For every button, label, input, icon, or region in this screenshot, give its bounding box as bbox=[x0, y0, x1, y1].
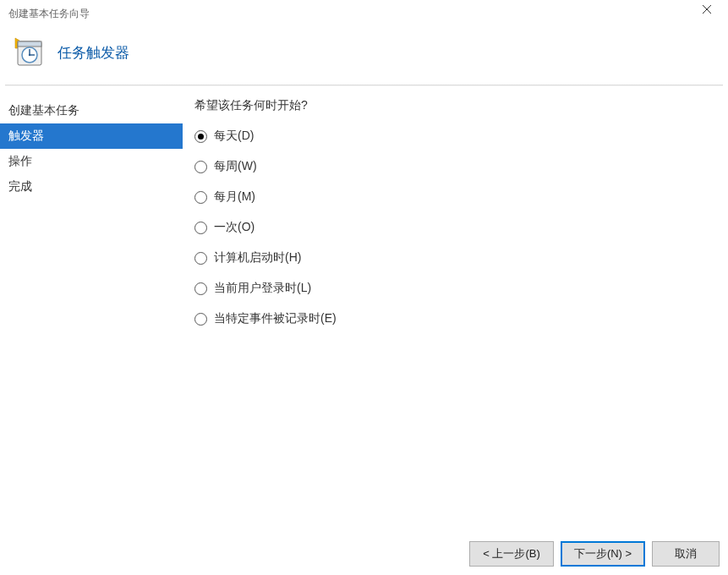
wizard-content: 希望该任务何时开始? 每天(D) 每周(W) 每月(M) 一次(O) 计算机启动… bbox=[183, 88, 728, 533]
svg-point-8 bbox=[29, 54, 30, 56]
wizard-footer: < 上一步(B) 下一步(N) > 取消 bbox=[0, 533, 728, 575]
calendar-clock-icon bbox=[14, 37, 44, 68]
radio-icon bbox=[194, 222, 207, 234]
wizard-sidebar: 创建基本任务 触发器 操作 完成 bbox=[0, 88, 183, 533]
sidebar-item-action[interactable]: 操作 bbox=[0, 149, 183, 174]
next-button[interactable]: 下一步(N) > bbox=[561, 541, 645, 567]
sidebar-item-trigger[interactable]: 触发器 bbox=[0, 123, 183, 149]
window-title: 创建基本任务向导 bbox=[8, 7, 690, 21]
radio-weekly[interactable]: 每周(W) bbox=[194, 159, 711, 174]
wizard-body: 创建基本任务 触发器 操作 完成 希望该任务何时开始? 每天(D) 每周(W) … bbox=[0, 88, 728, 533]
close-button[interactable] bbox=[690, 0, 724, 22]
sidebar-item-label: 操作 bbox=[8, 154, 32, 167]
sidebar-item-label: 完成 bbox=[8, 179, 32, 193]
sidebar-item-label: 创建基本任务 bbox=[8, 103, 79, 117]
radio-icon bbox=[194, 282, 207, 295]
radio-label: 每月(M) bbox=[214, 189, 255, 205]
svg-rect-4 bbox=[18, 41, 41, 47]
radio-monthly[interactable]: 每月(M) bbox=[194, 189, 711, 205]
back-button[interactable]: < 上一步(B) bbox=[469, 541, 554, 567]
radio-icon bbox=[194, 130, 207, 143]
trigger-question: 希望该任务何时开始? bbox=[194, 98, 711, 113]
radio-label: 当特定事件被记录时(E) bbox=[214, 311, 337, 326]
radio-at-logon[interactable]: 当前用户登录时(L) bbox=[194, 281, 711, 296]
radio-label: 计算机启动时(H) bbox=[214, 250, 301, 266]
radio-icon bbox=[194, 313, 207, 326]
trigger-radio-group: 每天(D) 每周(W) 每月(M) 一次(O) 计算机启动时(H) 当前用户登录… bbox=[194, 129, 711, 342]
radio-icon bbox=[194, 191, 207, 204]
radio-label: 每天(D) bbox=[214, 129, 254, 144]
sidebar-item-finish[interactable]: 完成 bbox=[0, 174, 183, 200]
radio-label: 一次(O) bbox=[214, 220, 255, 235]
wizard-header: 任务触发器 bbox=[0, 27, 728, 85]
radio-on-event[interactable]: 当特定事件被记录时(E) bbox=[194, 311, 711, 326]
radio-icon bbox=[194, 161, 207, 173]
titlebar: 创建基本任务向导 bbox=[0, 0, 728, 27]
sidebar-item-label: 触发器 bbox=[8, 129, 44, 142]
radio-label: 每周(W) bbox=[214, 159, 257, 174]
page-title: 任务触发器 bbox=[57, 43, 129, 63]
radio-label: 当前用户登录时(L) bbox=[214, 281, 311, 296]
cancel-button[interactable]: 取消 bbox=[652, 541, 720, 567]
radio-icon bbox=[194, 252, 207, 265]
sidebar-item-create-task[interactable]: 创建基本任务 bbox=[0, 98, 183, 123]
radio-daily[interactable]: 每天(D) bbox=[194, 129, 711, 144]
radio-at-startup[interactable]: 计算机启动时(H) bbox=[194, 250, 711, 266]
close-icon bbox=[702, 4, 712, 14]
radio-once[interactable]: 一次(O) bbox=[194, 220, 711, 235]
header-divider bbox=[5, 85, 723, 86]
